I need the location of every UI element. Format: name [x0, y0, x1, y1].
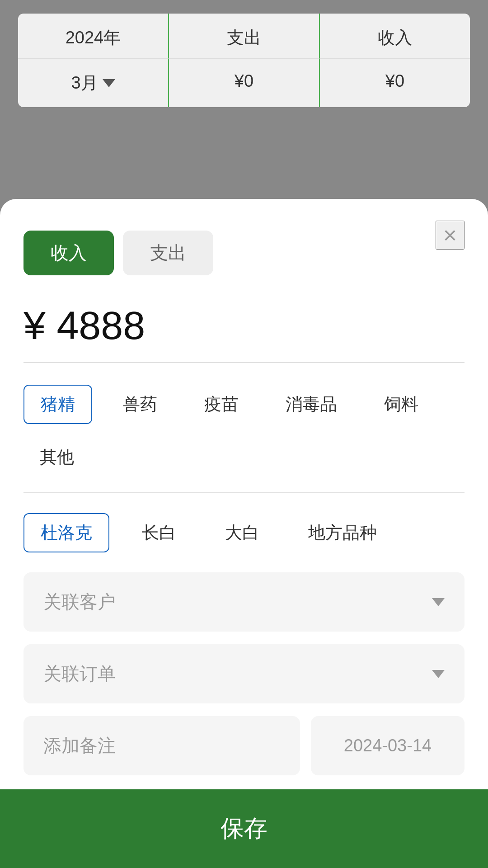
subcategory-chip-3[interactable]: 地方品种	[292, 514, 393, 552]
category-chip-2[interactable]: 疫苗	[188, 386, 255, 423]
income-value: ¥0	[320, 59, 470, 107]
tab-expenditure[interactable]: 支出	[123, 231, 213, 275]
category-chip-4[interactable]: 饲料	[368, 386, 435, 423]
subcategory-section: 杜洛克 长白 大白 地方品种	[23, 513, 465, 572]
expenditure-value: ¥0	[169, 59, 320, 107]
category-chip-0[interactable]: 猪精	[23, 385, 92, 424]
order-chevron-icon	[432, 670, 445, 678]
close-button[interactable]: ×	[436, 221, 465, 250]
category-chips: 猪精 兽药 疫苗 消毒品 饲料 其他	[23, 385, 465, 476]
income-header: 收入	[320, 14, 470, 59]
tab-income[interactable]: 收入	[23, 231, 114, 275]
category-chip-1[interactable]: 兽药	[107, 386, 174, 423]
category-section: 猪精 兽药 疫苗 消毒品 饲料 其他	[23, 385, 465, 493]
subcategory-chip-2[interactable]: 大白	[209, 514, 276, 552]
category-chip-3[interactable]: 消毒品	[269, 386, 353, 423]
expenditure-header: 支出	[169, 14, 320, 59]
amount-display: ¥ 4888	[23, 302, 465, 363]
note-field[interactable]: 添加备注	[23, 716, 300, 775]
subcategory-chip-1[interactable]: 长白	[126, 514, 192, 552]
date-field[interactable]: 2024-03-14	[311, 716, 465, 775]
month-selector[interactable]: 3月	[18, 59, 169, 107]
order-dropdown[interactable]: 关联订单	[23, 644, 465, 703]
year-label: 2024年	[18, 14, 169, 59]
save-button[interactable]: 保存	[0, 789, 488, 868]
category-chip-5[interactable]: 其他	[23, 439, 90, 476]
month-chevron-icon	[103, 79, 115, 87]
customer-dropdown[interactable]: 关联客户	[23, 572, 465, 632]
bottom-row: 添加备注 2024-03-14	[23, 716, 465, 775]
order-label: 关联订单	[43, 661, 116, 686]
tab-row: 收入 支出	[23, 231, 465, 275]
customer-chevron-icon	[432, 598, 445, 606]
subcategory-chip-0[interactable]: 杜洛克	[23, 513, 109, 552]
customer-label: 关联客户	[43, 590, 116, 614]
modal-sheet: × 收入 支出 ¥ 4888 猪精 兽药 疫苗 消毒品 饲料 其他 杜洛克 长白…	[0, 199, 488, 868]
